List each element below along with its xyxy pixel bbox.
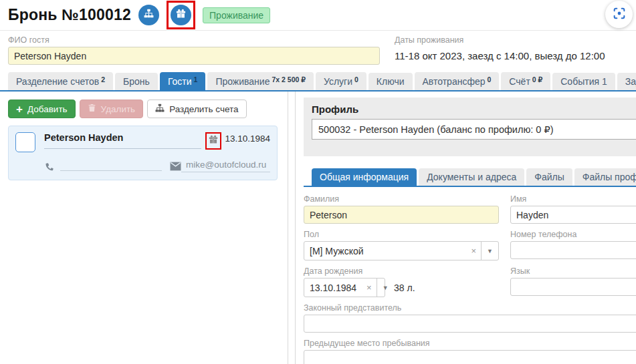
gender-select[interactable]: [М] Мужской × ▼	[304, 241, 499, 260]
guest-phone-field[interactable]	[60, 161, 162, 171]
delete-guest-button[interactable]: Удалить	[80, 100, 144, 118]
booking-tabs: Разделение счетов2 Бронь Гости1 Проживан…	[0, 72, 636, 92]
tab-badge: 0	[354, 75, 358, 83]
panel-splitter[interactable]	[288, 92, 296, 364]
phone-number-label: Номер телефона	[510, 230, 636, 239]
tab-badge: 2	[101, 75, 105, 83]
guest-gift-highlight	[205, 132, 221, 150]
gift-button-highlight	[167, 1, 195, 29]
scan-icon	[612, 6, 627, 23]
tab-events[interactable]: События 1	[552, 73, 615, 90]
gift-icon	[176, 9, 186, 21]
birth-date-select[interactable]: 13.10.1984 × ▼	[304, 278, 385, 297]
guests-panel: + Добавить Удалить	[0, 92, 288, 364]
loyalty-gift-button[interactable]	[171, 5, 191, 25]
booking-header: Бронь №100012	[0, 0, 636, 31]
tab-keys[interactable]: Ключи	[368, 73, 413, 90]
profile-select[interactable]: 500032 - Peterson Hayden (баланс по проф…	[312, 119, 636, 140]
stay-dates-label: Даты проживания	[395, 35, 628, 45]
clear-icon[interactable]: ×	[362, 283, 377, 293]
plus-icon: +	[16, 104, 23, 115]
status-badge: Проживание	[203, 7, 270, 23]
chevron-down-icon[interactable]: ▼	[377, 279, 394, 297]
tab-booking[interactable]: Бронь	[115, 73, 158, 90]
tab-split-accounts[interactable]: Разделение счетов2	[8, 72, 113, 90]
tab-tasks[interactable]: Задачи	[617, 73, 636, 90]
guest-age: 38 л.	[394, 283, 415, 293]
tab-documents-addresses[interactable]: Документы и адреса	[419, 168, 524, 186]
guest-email[interactable]: mike@outofcloud.ru	[181, 160, 270, 172]
tab-badge: 0	[488, 75, 492, 83]
profile-panel: Профиль 500032 - Peterson Hayden (баланс…	[296, 92, 636, 364]
guest-name-input[interactable]	[8, 47, 380, 65]
guest-name[interactable]: Peterson Hayden	[44, 132, 201, 149]
clear-icon[interactable]: ×	[466, 246, 481, 256]
tab-files[interactable]: Файлы	[526, 168, 572, 186]
envelope-icon	[170, 162, 181, 171]
tab-services[interactable]: Услуги0	[316, 72, 366, 90]
chevron-down-icon[interactable]: ▼	[481, 242, 498, 260]
guest-name-label: ФИО гостя	[8, 35, 380, 45]
first-name-label: Имя	[510, 194, 636, 204]
trash-icon	[88, 104, 96, 114]
first-name-input[interactable]	[510, 206, 636, 224]
legal-representative-label: Законный представитель	[304, 303, 636, 313]
profile-box: Профиль 500032 - Peterson Hayden (баланс…	[304, 98, 636, 156]
tab-autotransfer[interactable]: Автотрансфер0	[415, 72, 500, 90]
last-name-label: Фамилия	[304, 194, 499, 204]
stay-dates-value: 11-18 окт 2023, заезд с 14:00, выезд до …	[395, 47, 628, 61]
profile-title: Профиль	[312, 104, 636, 115]
sitemap-icon	[144, 9, 154, 21]
guest-card[interactable]: Peterson Hayden 13.10.1984	[8, 126, 278, 180]
split-accounts-button[interactable]	[138, 5, 159, 25]
guest-birth-date: 13.10.1984	[225, 132, 270, 144]
tab-general-info[interactable]: Общая информация	[312, 168, 417, 186]
split-accounts-toolbar-button[interactable]: Разделить счета	[147, 100, 246, 118]
tab-badge: 7x 2 500 ₽	[272, 75, 305, 83]
tab-badge: 0 ₽	[532, 75, 542, 83]
gift-icon[interactable]	[209, 135, 218, 147]
phone-icon	[44, 161, 55, 172]
guest-checkbox[interactable]	[15, 132, 35, 152]
last-name-input[interactable]	[304, 206, 499, 224]
booking-info-row: ФИО гостя Даты проживания 11-18 окт 2023…	[0, 31, 636, 72]
previous-place-input[interactable]	[304, 350, 636, 364]
add-guest-button[interactable]: + Добавить	[8, 100, 76, 118]
tab-profile-files[interactable]: Файлы профиля	[574, 168, 636, 186]
tab-guests[interactable]: Гости1	[160, 72, 206, 90]
phone-number-input[interactable]	[510, 241, 636, 259]
page-title: Бронь №100012	[8, 6, 131, 24]
sitemap-icon	[155, 104, 165, 115]
gender-label: Пол	[304, 230, 499, 239]
tab-accommodation[interactable]: Проживание7x 2 500 ₽	[207, 72, 314, 90]
tab-invoice[interactable]: Счёт0 ₽	[501, 72, 550, 90]
profile-tabs: Общая информация Документы и адреса Файл…	[304, 168, 636, 187]
previous-place-label: Предыдущее место пребывания	[304, 339, 636, 348]
legal-representative-input[interactable]	[304, 315, 636, 333]
language-label: Язык	[510, 266, 636, 276]
tab-badge: 1	[194, 75, 198, 83]
screen-capture-button[interactable]	[605, 1, 633, 28]
birth-date-label: Дата рождения	[304, 266, 499, 276]
language-input[interactable]	[510, 278, 636, 296]
